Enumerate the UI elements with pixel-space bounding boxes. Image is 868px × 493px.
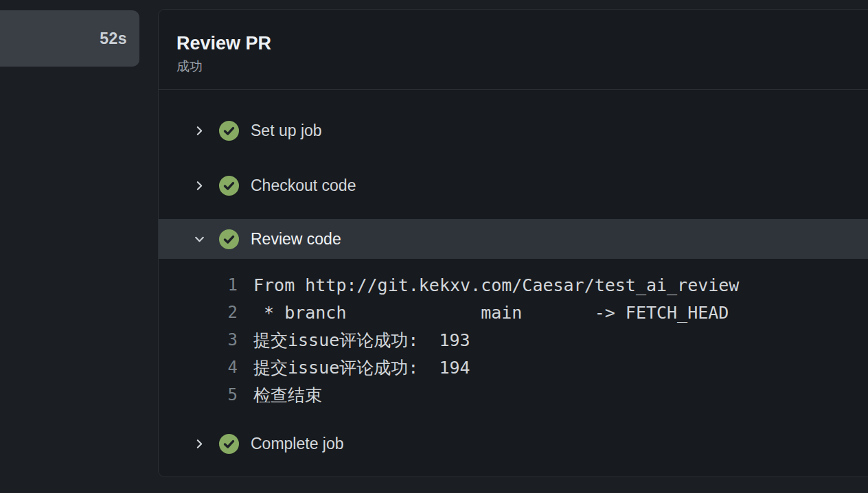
success-check-icon <box>219 176 239 196</box>
step-label: Review code <box>251 230 341 249</box>
step-row-complete-job[interactable]: Complete job <box>159 424 868 463</box>
chevron-right-icon <box>194 125 205 137</box>
job-header: Review PR 成功 <box>159 10 868 90</box>
step-row-review-code[interactable]: Review code <box>159 219 868 259</box>
step-label: Complete job <box>251 435 344 453</box>
success-check-icon <box>219 121 239 141</box>
jobs-sidebar: 52s <box>0 0 158 493</box>
log-line: 1 From http://git.kekxv.com/Caesar/test_… <box>159 271 868 299</box>
log-line-text: 提交issue评论成功: 193 <box>253 329 470 352</box>
log-line-text: 提交issue评论成功: 194 <box>253 356 470 379</box>
job-log-panel: Review PR 成功 Set up job Checkout code <box>158 9 868 477</box>
chevron-down-icon <box>194 233 205 245</box>
success-check-icon <box>219 229 239 249</box>
success-check-icon <box>219 434 239 454</box>
log-line-number[interactable]: 2 <box>159 303 238 322</box>
log-line-number[interactable]: 4 <box>159 358 238 377</box>
log-line: 5 检查结束 <box>159 381 868 409</box>
log-line-text: * branch main -> FETCH_HEAD <box>253 303 729 323</box>
log-line: 3 提交issue评论成功: 193 <box>159 326 868 354</box>
step-row-set-up-job[interactable]: Set up job <box>159 111 868 150</box>
step-label: Set up job <box>251 122 322 140</box>
log-line-number[interactable]: 3 <box>159 330 238 349</box>
log-line-number[interactable]: 1 <box>159 275 238 295</box>
log-line-text: 检查结束 <box>253 384 322 406</box>
log-lines: 1 From http://git.kekxv.com/Caesar/test_… <box>159 271 868 409</box>
log-line-text: From http://git.kekxv.com/Caesar/test_ai… <box>253 275 739 295</box>
job-duration-badge: 52s <box>100 30 127 48</box>
step-label: Checkout code <box>251 176 356 195</box>
log-line: 2 * branch main -> FETCH_HEAD <box>159 299 868 326</box>
log-line: 4 提交issue评论成功: 194 <box>159 354 868 381</box>
actions-run-page: 52s Review PR 成功 Set up job Checkout cod… <box>0 0 868 493</box>
chevron-right-icon <box>194 438 205 450</box>
job-title: Review PR <box>176 32 868 54</box>
job-status-text: 成功 <box>176 59 868 74</box>
log-line-number[interactable]: 5 <box>159 385 238 404</box>
step-row-checkout-code[interactable]: Checkout code <box>159 165 868 205</box>
sidebar-job-item-selected[interactable]: 52s <box>0 10 139 67</box>
chevron-right-icon <box>194 180 205 192</box>
